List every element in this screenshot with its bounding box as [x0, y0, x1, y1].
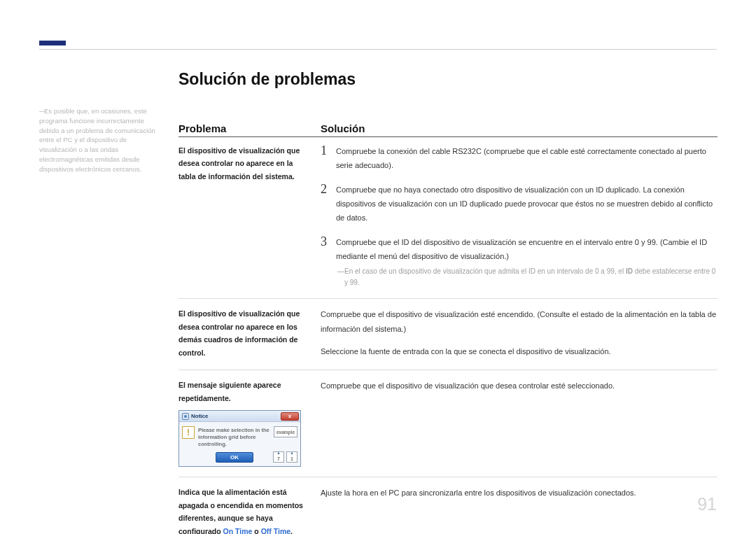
step-number: 1 — [321, 144, 336, 173]
step-number: 3 — [321, 235, 336, 264]
spinner[interactable]: ▲ 1 — [286, 451, 298, 463]
dialog-body: ! Please make selection in the informati… — [179, 422, 300, 450]
problem-cell: El dispositivo de visualización que dese… — [178, 307, 321, 360]
table-row: El dispositivo de visualización que dese… — [178, 144, 718, 299]
solution-cell: Ajuste la hora en el PC para sincronizar… — [321, 486, 718, 534]
page-title: Solución de problemas — [178, 70, 718, 89]
sidenote: ―Es posible que, en ocasiones, este prog… — [39, 106, 162, 174]
solution-line: Ajuste la hora en el PC para sincronizar… — [321, 486, 718, 500]
step: 1 Compruebe la conexión del cable RS232C… — [321, 144, 718, 173]
step-text: Compruebe la conexión del cable RS232C (… — [336, 144, 718, 173]
ok-button[interactable]: OK — [216, 452, 253, 463]
top-rule — [39, 49, 717, 50]
table-row: El mensaje siguiente aparece repetidamen… — [178, 379, 718, 477]
accent-bar — [39, 41, 66, 45]
main-content: Solución de problemas Problema Solución … — [178, 70, 718, 534]
solution-cell: 1 Compruebe la conexión del cable RS232C… — [321, 144, 718, 288]
step-text: Compruebe que no haya conectado otro dis… — [336, 183, 718, 225]
problem-text: El mensaje siguiente aparece repetidamen… — [178, 381, 281, 402]
subnote-pre: En el caso de un dispositivo de visualiz… — [344, 267, 626, 275]
problem-cell: El mensaje siguiente aparece repetidamen… — [178, 379, 321, 467]
solution-line: Compruebe que el dispositivo de visualiz… — [321, 307, 718, 336]
solution-line: Compruebe que el dispositivo de visualiz… — [321, 379, 718, 393]
solution-cell: Compruebe que el dispositivo de visualiz… — [321, 379, 718, 467]
step-text: Compruebe que el ID del dispositivo de v… — [336, 235, 718, 264]
header-problema: Problema — [178, 122, 321, 134]
step-number: 2 — [321, 183, 336, 225]
on-time-link: On Time — [223, 527, 253, 534]
header-solucion: Solución — [321, 122, 718, 134]
table-header: Problema Solución — [178, 122, 718, 137]
dialog-message: Please make selection in the information… — [198, 426, 272, 447]
problem-text-mid: o — [252, 527, 260, 534]
step: 2 Compruebe que no haya conectado otro d… — [321, 183, 718, 225]
problem-cell: Indica que la alimentación está apagada … — [178, 486, 321, 534]
dialog-titlebar: Notice x — [179, 411, 300, 422]
problem-cell: El dispositivo de visualización que dese… — [178, 144, 321, 288]
off-time-link: Off Time — [261, 527, 290, 534]
problem-text-post: . — [290, 527, 293, 534]
subnote: ― En el caso de un dispositivo de visual… — [337, 266, 718, 288]
solution-cell: Compruebe que el dispositivo de visualiz… — [321, 307, 718, 360]
subnote-bold: ID — [626, 267, 633, 275]
warning-icon: ! — [182, 426, 195, 439]
dialog-app-icon — [182, 413, 189, 420]
troubleshoot-table: Problema Solución El dispositivo de visu… — [178, 122, 718, 534]
example-badge: example — [274, 426, 298, 437]
dialog-spinners: ▲ 7 ▲ 1 — [273, 451, 298, 463]
dialog-title: Notice — [191, 412, 281, 421]
page: ―Es posible que, en ocasiones, este prog… — [0, 0, 756, 534]
solution-line: Seleccione la fuente de entrada con la q… — [321, 344, 718, 358]
notice-dialog: Notice x ! Please make selection in the … — [178, 410, 301, 467]
dialog-footer: OK ▲ 7 ▲ 1 — [179, 450, 300, 466]
table-row: Indica que la alimentación está apagada … — [178, 486, 718, 534]
page-number: 91 — [697, 494, 717, 514]
spinner[interactable]: ▲ 7 — [273, 451, 284, 463]
table-row: El dispositivo de visualización que dese… — [178, 307, 718, 370]
step: 3 Compruebe que el ID del dispositivo de… — [321, 235, 718, 264]
sidenote-text: Es posible que, en ocasiones, este progr… — [39, 107, 155, 173]
close-icon[interactable]: x — [281, 412, 299, 421]
